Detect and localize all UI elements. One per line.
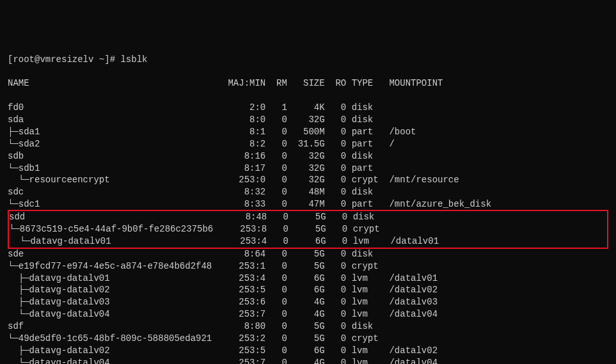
cell-size: 4G [292,296,324,308]
cell-size: 6G [294,235,326,248]
cell-majmin: 253:2 [228,333,265,345]
cell-name: └─resourceencrypt [8,174,228,186]
cell-ro: 0 [330,308,346,320]
cell-rm: 0 [271,138,287,150]
cell-name: sdd [9,211,229,223]
cell-name: ├─datavg-datalv02 [8,345,228,357]
shell-prompt: [root@vmresizelv ~]# lsblk [8,54,608,66]
cell-rm: 0 [271,186,287,198]
cell-ro: 0 [330,198,346,210]
cell-mountpoint: / [389,138,394,150]
cell-type: lvm [352,345,384,357]
cell-name: ├─sda1 [8,126,228,138]
cell-size: 5G [292,260,324,273]
cell-size: 6G [292,345,324,357]
cell-name: └─e19fcd77-e974-4e5c-a874-e78e4b6d2f48 [8,260,228,273]
cell-majmin: 253:5 [228,345,265,357]
cell-name: └─datavg-datalv01 [9,235,229,248]
cell-rm: 0 [271,162,287,175]
table-row: sdf8:80 0 5G 0 disk [8,320,608,333]
cell-type: disk [352,102,384,114]
cell-majmin: 253:1 [228,260,265,273]
table-row: ├─datavg-datalv03253:6 0 4G 0 lvm /datal… [8,296,608,308]
cell-size: 5G [294,223,326,235]
table-row: ├─datavg-datalv01253:4 0 6G 0 lvm /datal… [8,273,608,285]
cell-ro: 0 [331,211,347,223]
cell-name: └─49de5df0-1c65-48bf-809c-588805eda921 [8,333,228,345]
cell-type: crypt [352,333,384,345]
hdr-size: SIZE [292,77,324,90]
table-row: └─8673c519-c5e4-44af-9b0f-fe286c2375b625… [9,223,607,235]
table-row: └─sdc18:33 0 47M 0 part /mnt/azure_bek_d… [8,198,608,210]
cell-name: ├─datavg-datalv02 [8,284,228,296]
hdr-majmin: MAJ:MIN [228,77,265,90]
cell-ro: 0 [330,162,346,175]
highlighted-disk-group: sdd8:48 0 5G 0 disk └─8673c519-c5e4-44af… [8,210,608,249]
cell-type: lvm [352,357,384,364]
table-row: sdd8:48 0 5G 0 disk [9,211,607,223]
cell-type: disk [352,150,384,162]
cell-type: lvm [352,284,384,296]
table-row: sdb8:16 0 32G 0 disk [8,150,608,162]
cell-name: └─datavg-datalv04 [8,357,228,364]
table-row: └─resourceencrypt253:0 0 32G 0 crypt /mn… [8,174,608,186]
cell-rm: 0 [272,235,288,248]
cell-type: part [352,162,384,175]
cell-size: 5G [292,320,324,333]
hdr-name: NAME [8,77,228,90]
cell-size: 32G [292,114,324,126]
cell-type: part [352,126,384,138]
cell-type: lvm [353,235,385,248]
table-row: └─sda28:2 0 31.5G 0 part / [8,138,608,150]
table-row: sda8:0 0 32G 0 disk [8,114,608,126]
table-row: └─datavg-datalv04253:7 0 4G 0 lvm /datal… [8,357,608,364]
cell-rm: 0 [271,126,287,138]
table-row: ├─datavg-datalv02253:5 0 6G 0 lvm /datal… [8,345,608,357]
cell-type: part [352,198,384,210]
cell-type: disk [352,114,384,126]
cell-name: ├─datavg-datalv01 [8,273,228,285]
cell-rm: 0 [271,260,287,273]
cell-rm: 0 [271,198,287,210]
cell-majmin: 8:17 [228,162,265,175]
cell-mountpoint: /mnt/resource [389,174,459,186]
cell-mountpoint: /mnt/azure_bek_disk [389,198,491,210]
cell-majmin: 8:0 [228,114,265,126]
cell-mountpoint: /datalv04 [389,308,438,320]
cell-name: └─sdb1 [8,162,228,175]
cell-majmin: 253:6 [228,296,265,308]
cell-rm: 0 [271,357,287,364]
cell-name: sda [8,114,228,126]
cell-mountpoint: /datalv02 [389,284,438,296]
cell-majmin: 8:1 [228,126,265,138]
cell-size: 32G [292,150,324,162]
hdr-rm: RM [271,77,287,90]
hdr-ro: RO [330,77,346,90]
cell-name: sdc [8,186,228,198]
cell-name: fd0 [8,102,228,114]
cell-majmin: 253:7 [228,308,265,320]
cell-name: ├─datavg-datalv03 [8,296,228,308]
cell-majmin: 253:5 [228,284,265,296]
cell-size: 500M [292,126,324,138]
cell-type: disk [353,211,385,223]
cell-ro: 0 [330,186,346,198]
cell-size: 4K [292,102,324,114]
cell-size: 4G [292,308,324,320]
cell-mountpoint: /datalv04 [389,357,438,364]
cell-rm: 0 [271,284,287,296]
cell-ro: 0 [330,114,346,126]
hdr-mountpoint: MOUNTPOINT [389,77,443,90]
table-row: ├─datavg-datalv02253:5 0 6G 0 lvm /datal… [8,284,608,296]
cell-size: 32G [292,162,324,175]
table-row: fd02:0 1 4K 0 disk [8,102,608,114]
cell-size: 5G [292,333,324,345]
cell-type: part [352,138,384,150]
table-row: └─datavg-datalv04253:7 0 4G 0 lvm /datal… [8,308,608,320]
cell-rm: 0 [271,248,287,260]
cell-type: lvm [352,308,384,320]
cell-type: disk [352,248,384,260]
cell-size: 5G [292,248,324,260]
cell-name: └─sda2 [8,138,228,150]
cell-ro: 0 [330,333,346,345]
